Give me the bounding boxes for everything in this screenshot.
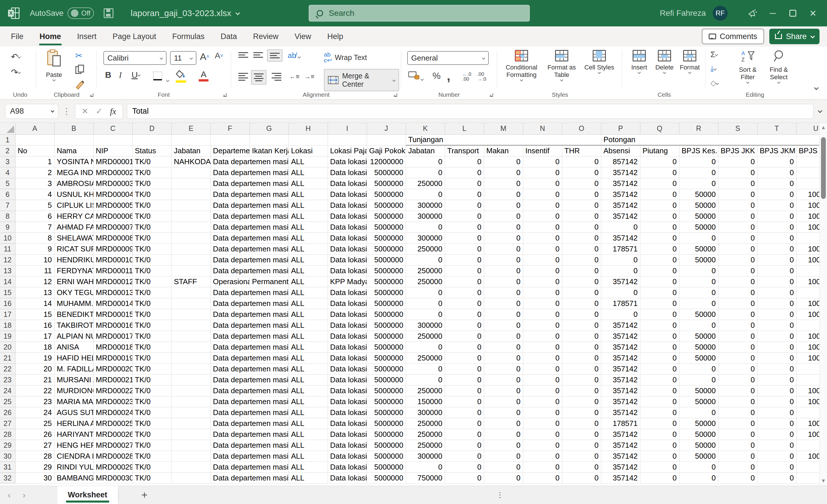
cell[interactable]: Data departemen masi bbox=[210, 407, 289, 418]
cell[interactable]: 0 bbox=[562, 276, 601, 287]
cell[interactable]: 28 bbox=[15, 451, 54, 461]
cell[interactable] bbox=[172, 211, 210, 221]
cell[interactable]: Data lokasi bbox=[328, 363, 367, 374]
cell[interactable] bbox=[15, 134, 54, 145]
cell[interactable]: 50000 bbox=[679, 385, 718, 396]
cell[interactable]: MRD00015 bbox=[93, 309, 132, 320]
cell[interactable]: 357142 bbox=[601, 189, 640, 200]
cell[interactable]: Data lokasi bbox=[328, 265, 367, 276]
cell[interactable]: 0 bbox=[640, 342, 679, 352]
cell[interactable]: 0 bbox=[718, 352, 757, 363]
cell[interactable]: 0 bbox=[640, 276, 679, 287]
cell[interactable]: ALL bbox=[289, 287, 328, 298]
cell[interactable]: 22 bbox=[15, 385, 54, 396]
cell[interactable]: 0 bbox=[523, 243, 562, 254]
cell[interactable] bbox=[796, 374, 819, 385]
cell[interactable]: 13 bbox=[15, 287, 54, 298]
cell[interactable]: 0 bbox=[562, 407, 601, 418]
cell[interactable]: 0 bbox=[445, 309, 484, 320]
cell[interactable]: TK/0 bbox=[132, 287, 172, 298]
cell[interactable]: TK/0 bbox=[132, 298, 172, 309]
cell[interactable]: Data lokasi bbox=[328, 156, 367, 167]
cell[interactable]: 357142 bbox=[601, 363, 640, 374]
cell[interactable]: 100000 bbox=[796, 396, 819, 407]
cell[interactable]: 0 bbox=[640, 472, 679, 483]
cell[interactable]: 357142 bbox=[601, 276, 640, 287]
cell[interactable]: ALL bbox=[289, 418, 328, 429]
cell-header[interactable]: Makan bbox=[484, 145, 523, 156]
cell[interactable]: Operasiona bbox=[210, 276, 249, 287]
redo-button[interactable]: ↷ bbox=[11, 67, 20, 77]
cell[interactable] bbox=[796, 320, 819, 331]
cell[interactable]: 50000 bbox=[679, 418, 718, 429]
cell-header[interactable]: Lokasi Pajak bbox=[328, 145, 367, 156]
cell[interactable]: 100000 bbox=[796, 298, 819, 309]
cell[interactable]: 0 bbox=[757, 243, 796, 254]
row-header-18[interactable]: 18 bbox=[0, 320, 15, 331]
cell[interactable]: MRD00001 bbox=[93, 156, 132, 167]
cell-header[interactable]: Departemen bbox=[210, 145, 249, 156]
cell[interactable]: 0 bbox=[562, 385, 601, 396]
cell[interactable]: 0 bbox=[757, 331, 796, 342]
cell[interactable]: TK/0 bbox=[132, 461, 172, 472]
cell[interactable]: Data lokasi bbox=[328, 298, 367, 309]
cell[interactable]: 50000 bbox=[679, 451, 718, 461]
cell[interactable]: ALL bbox=[289, 374, 328, 385]
cell[interactable]: Data departemen masi bbox=[210, 178, 289, 189]
column-header-I[interactable]: I bbox=[328, 123, 367, 134]
fill-button[interactable]: ⤓ bbox=[711, 64, 716, 73]
cell[interactable]: 27 bbox=[15, 440, 54, 451]
cell[interactable]: YOSINTA N bbox=[54, 156, 93, 167]
cell[interactable]: ALL bbox=[289, 396, 328, 407]
cell[interactable]: ALL bbox=[289, 167, 328, 178]
confirm-entry-icon[interactable]: ✓ bbox=[96, 106, 102, 116]
sheet-tab-worksheet[interactable]: Worksheet bbox=[57, 486, 118, 504]
cell[interactable] bbox=[172, 374, 210, 385]
cell[interactable]: TK/0 bbox=[132, 385, 172, 396]
cell[interactable]: 357142 bbox=[601, 200, 640, 211]
cell[interactable]: MARIA MA bbox=[54, 396, 93, 407]
cell[interactable] bbox=[796, 233, 819, 243]
cell[interactable]: MRD00019 bbox=[93, 352, 132, 363]
cell-header[interactable]: Piutang bbox=[640, 145, 679, 156]
cell[interactable]: 0 bbox=[523, 298, 562, 309]
column-header-E[interactable]: E bbox=[172, 123, 210, 134]
cell-header[interactable]: NIP bbox=[93, 145, 132, 156]
cell[interactable]: 0 bbox=[757, 221, 796, 233]
cell[interactable]: ALL bbox=[289, 178, 328, 189]
cell[interactable]: ALL bbox=[289, 461, 328, 472]
cell[interactable]: MRD00010 bbox=[93, 254, 132, 265]
cell[interactable]: 0 bbox=[640, 352, 679, 363]
cell[interactable]: TK/0 bbox=[132, 472, 172, 483]
cell[interactable]: 0 bbox=[406, 363, 445, 374]
cell[interactable]: TK/0 bbox=[132, 211, 172, 221]
cell-header[interactable]: BPJS JKM bbox=[757, 145, 796, 156]
cell[interactable] bbox=[172, 233, 210, 243]
cell[interactable]: 0 bbox=[484, 287, 523, 298]
cell[interactable]: 357142 bbox=[601, 331, 640, 342]
cell[interactable]: ALL bbox=[289, 440, 328, 451]
cell[interactable]: 0 bbox=[406, 221, 445, 233]
row-header-28[interactable]: 28 bbox=[0, 429, 15, 440]
cell[interactable]: Data lokasi bbox=[328, 407, 367, 418]
number-dialog-launcher[interactable] bbox=[489, 92, 494, 98]
cell[interactable]: 0 bbox=[718, 385, 757, 396]
cancel-entry-icon[interactable]: ✕ bbox=[82, 106, 88, 116]
cell[interactable]: 0 bbox=[562, 178, 601, 189]
cell[interactable]: 0 bbox=[718, 178, 757, 189]
cell[interactable]: 250000 bbox=[406, 243, 445, 254]
cell[interactable]: TK/0 bbox=[132, 221, 172, 233]
cell[interactable]: 0 bbox=[484, 276, 523, 287]
cell[interactable]: 357142 bbox=[601, 320, 640, 331]
cell[interactable]: 0 bbox=[679, 298, 718, 309]
cell[interactable]: 0 bbox=[484, 472, 523, 483]
cell[interactable] bbox=[796, 167, 819, 178]
cell[interactable] bbox=[172, 287, 210, 298]
cell[interactable]: Data departemen masi bbox=[210, 320, 289, 331]
cell[interactable]: 0 bbox=[757, 233, 796, 243]
cell[interactable]: 0 bbox=[718, 221, 757, 233]
cell[interactable]: Data departemen masi bbox=[210, 429, 289, 440]
cell[interactable]: 5000000 bbox=[367, 298, 406, 309]
font-size-select[interactable]: 11 bbox=[170, 51, 196, 65]
cell[interactable]: 0 bbox=[757, 287, 796, 298]
